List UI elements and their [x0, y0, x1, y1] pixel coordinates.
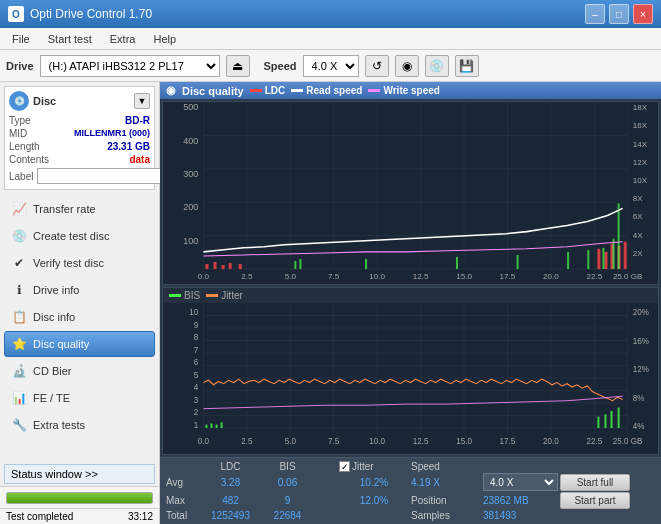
- sidebar-label-fe-te: FE / TE: [33, 392, 70, 404]
- disc-length-label: Length: [9, 141, 40, 152]
- svg-text:17.5: 17.5: [500, 272, 516, 281]
- col-ldc-header: LDC: [203, 461, 258, 472]
- svg-text:4%: 4%: [633, 421, 645, 432]
- bis-color: [169, 294, 181, 297]
- sidebar-item-verify-test-disc[interactable]: ✔ Verify test disc: [4, 250, 155, 276]
- jitter-checkbox[interactable]: ✓: [339, 461, 350, 472]
- disc-info-icon: 📋: [11, 309, 27, 325]
- sidebar-item-cd-bier[interactable]: 🔬 CD Bier: [4, 358, 155, 384]
- legend-write-speed-label: Write speed: [383, 85, 440, 96]
- col-speed-header: Speed: [411, 461, 440, 472]
- svg-text:1: 1: [194, 420, 199, 431]
- sidebar-item-create-test-disc[interactable]: 💿 Create test disc: [4, 223, 155, 249]
- progress-time: 33:12: [128, 511, 153, 522]
- eject-button[interactable]: ⏏: [226, 55, 250, 77]
- speed-header-container: Speed: [411, 461, 481, 472]
- disc-mid-row: MID MILLENMR1 (000): [9, 128, 150, 139]
- disc-type-value: BD-R: [125, 115, 150, 126]
- svg-text:20.0: 20.0: [543, 436, 559, 447]
- sidebar-item-extra-tests[interactable]: 🔧 Extra tests: [4, 412, 155, 438]
- legend-read-speed-label: Read speed: [306, 85, 362, 96]
- svg-text:3: 3: [194, 395, 199, 406]
- sidebar-label-disc-quality: Disc quality: [33, 338, 89, 350]
- jitter-header-container: ✓ Jitter: [339, 461, 409, 472]
- maximize-button[interactable]: □: [609, 4, 629, 24]
- svg-text:16X: 16X: [633, 121, 648, 130]
- svg-text:6: 6: [194, 357, 199, 368]
- svg-rect-116: [604, 415, 606, 429]
- drive-info-icon: ℹ: [11, 282, 27, 298]
- speed-icon-btn[interactable]: ↺: [365, 55, 389, 77]
- svg-text:7: 7: [194, 345, 199, 356]
- svg-text:10X: 10X: [633, 176, 648, 185]
- svg-rect-43: [205, 264, 208, 269]
- total-label: Total: [166, 510, 201, 521]
- menu-start-test[interactable]: Start test: [40, 31, 100, 47]
- svg-rect-46: [229, 263, 232, 269]
- burn-icon-btn[interactable]: ◉: [395, 55, 419, 77]
- svg-text:14X: 14X: [633, 140, 648, 149]
- bis-legend: BIS: [169, 290, 200, 301]
- cd-bier-icon: 🔬: [11, 363, 27, 379]
- menu-help[interactable]: Help: [145, 31, 184, 47]
- disc-mid-value: MILLENMR1 (000): [74, 128, 150, 139]
- disc-contents-value: data: [129, 154, 150, 165]
- svg-rect-55: [365, 259, 367, 269]
- svg-rect-115: [597, 417, 599, 428]
- disc-mid-label: MID: [9, 128, 27, 139]
- stats-panel: LDC BIS ✓ Jitter Speed Avg 3.28 0.06: [160, 457, 661, 524]
- speed-select[interactable]: 4.0 X 2.0 X 8.0 X: [303, 55, 359, 77]
- svg-text:2: 2: [194, 407, 199, 418]
- max-position: 23862 MB: [483, 495, 558, 506]
- svg-text:500: 500: [183, 102, 198, 112]
- avg-ldc: 3.28: [203, 477, 258, 488]
- svg-text:7.5: 7.5: [328, 272, 340, 281]
- drive-select[interactable]: (H:) ATAPI iHBS312 2 PL17: [40, 55, 220, 77]
- upper-chart-svg: 500 400 300 200 100 18X 16X 14X 12X 10X …: [163, 102, 658, 284]
- speed-label: Speed: [264, 60, 297, 72]
- col-bis-header: BIS: [260, 461, 315, 472]
- disc-length-row: Length 23.31 GB: [9, 141, 150, 152]
- chart-header-icon: ◉: [166, 84, 176, 97]
- sidebar-item-disc-quality[interactable]: ⭐ Disc quality: [4, 331, 155, 357]
- svg-text:22.5: 22.5: [586, 436, 602, 447]
- close-button[interactable]: ×: [633, 4, 653, 24]
- fe-te-icon: 📊: [11, 390, 27, 406]
- menu-file[interactable]: File: [4, 31, 38, 47]
- svg-text:10.0: 10.0: [369, 436, 385, 447]
- sidebar-item-transfer-rate[interactable]: 📈 Transfer rate: [4, 196, 155, 222]
- speed-selector[interactable]: 4.0 X 2.0 X 8.0 X: [483, 473, 558, 491]
- max-jitter: 12.0%: [339, 495, 409, 506]
- chart-title: Disc quality: [182, 85, 244, 97]
- lower-chart: BIS Jitter: [162, 287, 659, 455]
- sidebar-item-drive-info[interactable]: ℹ Drive info: [4, 277, 155, 303]
- start-part-button[interactable]: Start part: [560, 492, 630, 509]
- svg-text:12%: 12%: [633, 364, 649, 375]
- minimize-button[interactable]: –: [585, 4, 605, 24]
- start-full-button[interactable]: Start full: [560, 474, 630, 491]
- svg-text:5: 5: [194, 370, 199, 381]
- disc-options-btn[interactable]: ▼: [134, 93, 150, 109]
- jitter-legend: Jitter: [206, 290, 243, 301]
- svg-text:18X: 18X: [633, 103, 648, 112]
- sidebar-item-fe-te[interactable]: 📊 FE / TE: [4, 385, 155, 411]
- menu-extra[interactable]: Extra: [102, 31, 144, 47]
- max-bis: 9: [260, 495, 315, 506]
- svg-rect-47: [239, 264, 242, 269]
- svg-rect-49: [604, 252, 607, 269]
- total-samples: 381493: [483, 510, 558, 521]
- status-window-btn[interactable]: Status window >>: [4, 464, 155, 484]
- svg-rect-56: [456, 257, 458, 269]
- svg-text:4X: 4X: [633, 231, 643, 240]
- svg-text:9: 9: [194, 320, 199, 331]
- legend-ldc-label: LDC: [265, 85, 286, 96]
- svg-text:8%: 8%: [633, 393, 645, 404]
- disc-label-input[interactable]: [37, 168, 170, 184]
- total-bis: 22684: [260, 510, 315, 521]
- sidebar-item-disc-info[interactable]: 📋 Disc info: [4, 304, 155, 330]
- disc-title: Disc: [33, 95, 56, 107]
- sidebar-label-transfer-rate: Transfer rate: [33, 203, 96, 215]
- svg-rect-118: [618, 408, 620, 428]
- save-icon-btn[interactable]: 💾: [455, 55, 479, 77]
- disc-icon-btn[interactable]: 💿: [425, 55, 449, 77]
